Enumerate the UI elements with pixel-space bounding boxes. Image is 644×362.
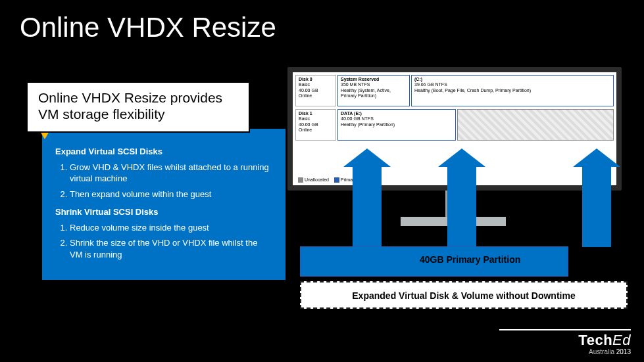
partition-bar: 40GB Primary Partition [300, 246, 628, 277]
unallocated-space [457, 109, 614, 141]
list-item: Reduce volume size inside the guest [70, 222, 272, 234]
disk-label: Disk 0 Basic 40.00 GB Online [295, 75, 336, 106]
expand-heading: Expand Virtual SCSI Disks [55, 146, 272, 158]
partition: DATA (E:) 40.00 GB NTFS Healthy (Primary… [337, 109, 456, 141]
disk-row: Disk 1 Basic 40.00 GB Online DATA (E:) 4… [295, 109, 614, 141]
partition: System Reserved 350 MB NTFS Healthy (Sys… [337, 75, 410, 106]
teched-logo: TechEd [578, 332, 631, 348]
up-arrow-icon [353, 167, 382, 247]
footer: TechEd Australia 2013 [578, 332, 631, 355]
list-item: Grow VHD & VHDX files whilst attached to… [70, 162, 272, 185]
divider [499, 329, 631, 330]
expand-steps: Grow VHD & VHDX files whilst attached to… [70, 162, 272, 200]
list-item: Shrink the size of the VHD or VHDX file … [70, 237, 272, 260]
up-arrow-icon [582, 167, 611, 247]
subtitle-box: Online VHDX Resize provides VM storage f… [26, 81, 250, 133]
expanded-disk-label: Expanded Virtual Disk & Volume without D… [300, 281, 628, 309]
partition-label: 40GB Primary Partition [420, 254, 520, 265]
footer-location: Australia 2013 [578, 348, 631, 355]
shrink-heading: Shrink Virtual SCSI Disks [55, 206, 272, 218]
list-item: Then expand volume within the guest [70, 189, 272, 200]
up-arrow-icon [447, 167, 476, 247]
disk-label: Disk 1 Basic 40.00 GB Online [295, 109, 336, 141]
disk-row: Disk 0 Basic 40.00 GB Online System Rese… [295, 75, 614, 106]
content-panel: Expand Virtual SCSI Disks Grow VHD & VHD… [42, 129, 285, 280]
slide-title: Online VHDX Resize [0, 0, 644, 51]
shrink-steps: Reduce volume size inside the guest Shri… [70, 222, 272, 261]
partition: (C:) 39.66 GB NTFS Healthy (Boot, Page F… [411, 75, 614, 106]
